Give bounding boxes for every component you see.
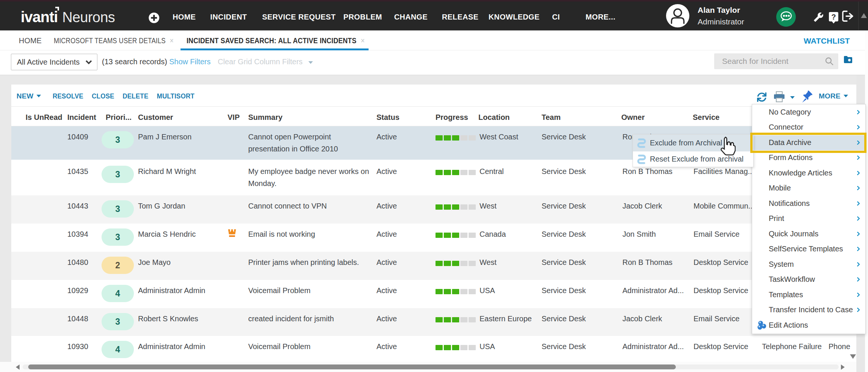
svg-text:?: ? — [831, 13, 836, 21]
